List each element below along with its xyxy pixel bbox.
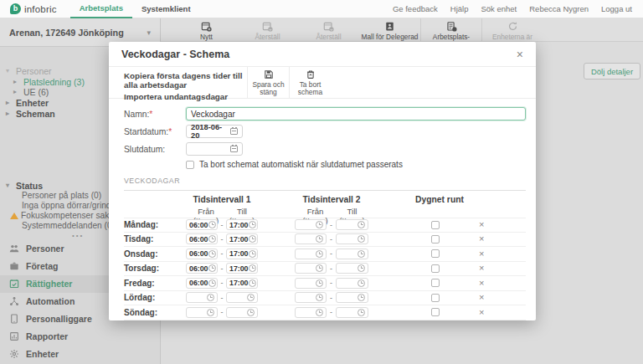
chevron-right-icon[interactable]: ▸ [13,77,20,88]
chevron-down-icon[interactable]: ▾ [6,66,13,77]
end-date-input[interactable] [186,142,243,156]
section-divider [124,190,526,191]
time-to-1-input[interactable]: 17:00 [226,233,258,244]
clock-icon[interactable] [316,235,323,243]
all-day-checkbox[interactable] [431,235,440,244]
clock-icon[interactable] [358,294,365,301]
time-from-2-input[interactable] [295,263,327,274]
sidebar-item-rapporter[interactable]: Rapporter [0,328,160,346]
clock-icon[interactable] [358,309,365,316]
chevron-right-icon[interactable]: ▸ [13,87,20,98]
time-from-1-input[interactable] [186,292,218,303]
clear-row-button[interactable]: × [479,308,484,317]
clock-icon[interactable] [208,221,216,228]
time-from-2-input[interactable] [295,292,327,303]
close-icon[interactable]: × [517,49,523,60]
clock-icon[interactable] [358,221,365,228]
time-from-1-input[interactable]: 06:00 [186,263,218,274]
save-and-close-button[interactable]: Spara och stäng [247,67,289,98]
time-to-2-input[interactable] [336,263,368,274]
topbar-link-s-k-enhet[interactable]: Sök enhet [481,4,517,13]
clock-icon[interactable] [208,264,216,272]
clock-icon[interactable] [316,221,323,228]
clock-icon[interactable] [249,264,256,272]
clock-icon[interactable] [316,250,323,258]
time-to-2-input[interactable] [336,307,368,318]
time-to-1-input[interactable]: 17:00 [226,219,258,230]
topbar-link-rebecca-nygren[interactable]: Rebecca Nygren [529,4,589,13]
clear-row-button[interactable]: × [479,249,484,259]
auto-remove-checkbox[interactable] [186,161,194,169]
time-from-1-input[interactable]: 06:00 [186,219,218,230]
time-from-2-input[interactable] [295,249,327,259]
clock-icon[interactable] [316,294,323,301]
clock-icon[interactable] [249,250,256,258]
toolbar-item-nytt-0[interactable]: Nytt [176,18,237,41]
toolbar-item-arbetsplats-4[interactable]: Arbetsplats- [420,18,481,41]
all-day-checkbox[interactable] [431,264,440,273]
time-from-2-input[interactable] [295,278,327,289]
clock-icon[interactable] [249,221,256,228]
calendar-icon[interactable] [230,128,238,135]
time-from-2-input[interactable] [295,233,327,244]
calendar-icon[interactable] [230,146,238,152]
clock-icon[interactable] [358,250,365,258]
delete-schedule-button[interactable]: Ta bort schema [289,67,331,98]
clear-row-button[interactable]: × [479,234,484,244]
time-from-1-input[interactable]: 06:00 [186,233,218,244]
time-from-2-input[interactable] [295,307,327,318]
topbar-link-logga-ut[interactable]: Logga ut [601,4,632,13]
toolbar-item-mall-f-r-delegerad-3[interactable]: Mall för Delegerad [359,18,420,41]
import-exception-days-link[interactable]: Importera undantagsdagar [124,92,247,101]
name-input[interactable] [186,107,526,120]
time-from-1-input[interactable]: 06:00 [186,278,218,289]
clock-icon[interactable] [316,264,323,272]
clear-row-button[interactable]: × [479,220,484,229]
clear-row-button[interactable]: × [479,293,484,302]
clock-icon[interactable] [207,309,214,316]
clock-icon[interactable] [316,279,323,287]
clock-icon[interactable] [247,309,255,316]
clock-icon[interactable] [249,235,256,243]
tab-arbetsplats[interactable]: Arbetsplats [70,0,132,18]
all-day-checkbox[interactable] [431,221,440,229]
clock-icon[interactable] [249,279,256,287]
time-to-2-input[interactable] [336,219,368,230]
sidebar-item-enheter[interactable]: Enheter [0,346,160,363]
clear-row-button[interactable]: × [479,279,484,288]
time-from-2-input[interactable] [295,219,327,230]
time-to-2-input[interactable] [336,278,368,289]
clock-icon[interactable] [358,235,365,243]
topbar-link-ge-feedback[interactable]: Ge feedback [393,4,438,13]
chevron-right-icon[interactable]: ▸ [6,98,13,109]
clock-icon[interactable] [208,250,216,258]
clear-row-button[interactable]: × [479,264,484,273]
time-to-2-input[interactable] [336,249,368,259]
clock-icon[interactable] [208,235,216,243]
topbar-link-hj-lp[interactable]: Hjälp [450,4,469,13]
clock-icon[interactable] [316,309,323,316]
time-from-1-input[interactable] [186,307,218,318]
clock-icon[interactable] [247,294,255,301]
clock-icon[interactable] [207,294,214,301]
chevron-right-icon[interactable]: ▸ [6,109,13,120]
time-to-2-input[interactable] [336,292,368,303]
hide-details-button[interactable]: Dölj detaljer [584,63,640,79]
time-to-1-input[interactable]: 17:00 [226,263,258,274]
all-day-checkbox[interactable] [431,279,440,287]
start-date-input[interactable]: 2018-06-20 [186,125,243,138]
time-to-2-input[interactable] [336,233,368,244]
time-to-1-input[interactable] [226,292,258,303]
all-day-checkbox[interactable] [431,249,440,258]
clock-icon[interactable] [358,279,365,287]
clock-icon[interactable] [208,279,216,287]
time-to-1-input[interactable]: 17:00 [226,278,258,289]
all-day-checkbox[interactable] [431,294,440,302]
time-to-1-input[interactable] [226,307,258,318]
copy-first-day-link[interactable]: Kopiera första dagens tider till alla ar… [124,71,247,90]
time-from-1-input[interactable]: 06:00 [186,249,218,259]
all-day-checkbox[interactable] [431,308,440,316]
time-to-1-input[interactable]: 17:00 [226,249,258,259]
tab-systemklient[interactable]: Systemklient [132,0,200,18]
clock-icon[interactable] [358,264,365,272]
